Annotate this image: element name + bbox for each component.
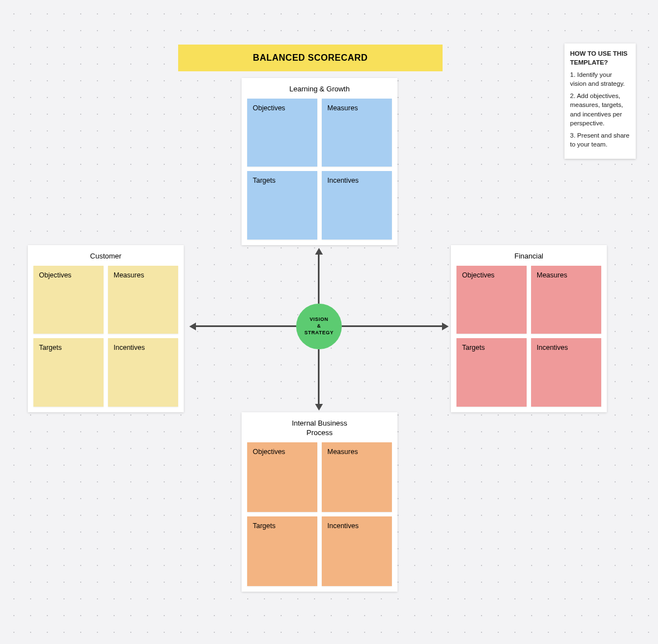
- panel-top-title: Learning & Growth: [242, 78, 397, 99]
- sticky-right-objectives[interactable]: Objectives: [456, 266, 527, 334]
- arrow-right-line: [342, 325, 443, 327]
- balanced-scorecard-canvas[interactable]: BALANCED SCORECARD HOW TO USE THIS TEMPL…: [0, 0, 658, 644]
- sticky-top-targets[interactable]: Targets: [247, 171, 317, 240]
- help-step-3: 3. Present and share to your team.: [570, 131, 630, 149]
- sticky-right-targets[interactable]: Targets: [456, 338, 527, 407]
- arrow-down-line: [318, 349, 320, 405]
- panel-top-stickies: Objectives Measures Targets Incentives: [242, 99, 397, 245]
- panel-left-stickies: Objectives Measures Targets Incentives: [28, 266, 184, 412]
- sticky-left-incentives[interactable]: Incentives: [108, 338, 178, 407]
- sticky-bottom-objectives[interactable]: Objectives: [247, 442, 317, 512]
- center-line1: VISION: [310, 316, 328, 323]
- arrow-right-head: [442, 323, 449, 330]
- panel-bottom-title-line2: Process: [307, 428, 333, 437]
- arrow-down-head: [315, 404, 323, 411]
- help-step-1: 1. Identify your vision and strategy.: [570, 70, 630, 88]
- panel-bottom-title: Internal Business Process: [242, 412, 397, 442]
- panel-right-stickies: Objectives Measures Targets Incentives: [451, 266, 607, 412]
- sticky-bottom-targets[interactable]: Targets: [247, 516, 317, 586]
- help-card[interactable]: HOW TO USE THIS TEMPLATE? 1. Identify yo…: [564, 43, 636, 159]
- sticky-right-measures[interactable]: Measures: [531, 266, 601, 334]
- sticky-top-objectives[interactable]: Objectives: [247, 99, 317, 167]
- sticky-top-incentives[interactable]: Incentives: [322, 171, 392, 240]
- sticky-left-objectives[interactable]: Objectives: [33, 266, 104, 334]
- arrow-left-line: [195, 325, 296, 327]
- sticky-bottom-measures[interactable]: Measures: [322, 442, 392, 512]
- title-banner[interactable]: BALANCED SCORECARD: [178, 45, 443, 71]
- arrow-up-head: [315, 248, 323, 255]
- sticky-left-measures[interactable]: Measures: [108, 266, 178, 334]
- panel-customer[interactable]: Customer Objectives Measures Targets Inc…: [28, 245, 184, 412]
- sticky-top-measures[interactable]: Measures: [322, 99, 392, 167]
- panel-learning-growth[interactable]: Learning & Growth Objectives Measures Ta…: [242, 78, 397, 245]
- help-title: HOW TO USE THIS TEMPLATE?: [570, 49, 630, 67]
- arrow-left-head: [189, 323, 196, 330]
- sticky-left-targets[interactable]: Targets: [33, 338, 104, 407]
- center-vision-strategy[interactable]: VISION & STRATEGY: [296, 304, 342, 349]
- help-step-2: 2. Add objectives, measures, targets, an…: [570, 91, 630, 127]
- panel-bottom-stickies: Objectives Measures Targets Incentives: [242, 442, 397, 592]
- sticky-bottom-incentives[interactable]: Incentives: [322, 516, 392, 586]
- arrow-up-line: [318, 253, 320, 304]
- panel-internal-business-process[interactable]: Internal Business Process Objectives Mea…: [242, 412, 397, 592]
- sticky-right-incentives[interactable]: Incentives: [531, 338, 601, 407]
- panel-right-title: Financial: [451, 245, 607, 266]
- panel-financial[interactable]: Financial Objectives Measures Targets In…: [451, 245, 607, 412]
- panel-left-title: Customer: [28, 245, 184, 266]
- panel-bottom-title-line1: Internal Business: [292, 419, 347, 427]
- center-line2: &: [317, 323, 321, 330]
- center-line3: STRATEGY: [305, 330, 333, 336]
